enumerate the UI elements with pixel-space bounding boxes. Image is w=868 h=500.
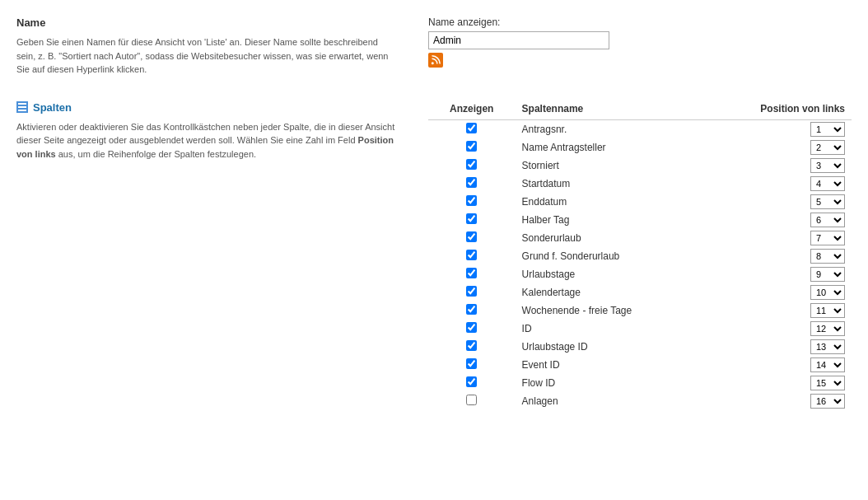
column-checkbox[interactable]: [466, 195, 477, 206]
checkbox-cell: [428, 193, 516, 211]
position-select[interactable]: 1234567891011121314151617181920: [810, 140, 845, 155]
position-select[interactable]: 1234567891011121314151617181920: [810, 267, 845, 282]
svg-rect-2: [18, 106, 26, 108]
position-select[interactable]: 1234567891011121314151617181920: [810, 231, 845, 245]
checkbox-cell: [428, 392, 516, 410]
table-row: Anlagen1234567891011121314151617181920: [428, 392, 852, 410]
position-cell: 1234567891011121314151617181920: [702, 229, 852, 247]
position-cell: 1234567891011121314151617181920: [702, 301, 852, 320]
column-name: Flow ID: [516, 374, 703, 392]
checkbox-cell: [428, 247, 516, 265]
position-select[interactable]: 1234567891011121314151617181920: [810, 394, 845, 409]
column-name: Enddatum: [516, 193, 703, 211]
column-checkbox[interactable]: [466, 395, 477, 405]
checkbox-cell: [428, 265, 516, 283]
position-select[interactable]: 1234567891011121314151617181920: [810, 376, 845, 390]
name-section-title: Name: [16, 16, 395, 29]
column-checkbox[interactable]: [466, 376, 477, 387]
table-row: Flow ID1234567891011121314151617181920: [428, 374, 852, 392]
table-row: Startdatum123456789101112131415161718192…: [428, 175, 852, 193]
column-checkbox[interactable]: [466, 286, 477, 297]
column-checkbox[interactable]: [466, 322, 477, 333]
table-row: Urlaubstage ID12345678910111213141516171…: [428, 338, 852, 356]
position-cell: 1234567891011121314151617181920: [702, 157, 852, 175]
col-header-anzeigen: Anzeigen: [428, 101, 516, 120]
columns-table: Anzeigen Spaltenname Position von links …: [428, 101, 852, 410]
svg-rect-3: [18, 110, 26, 111]
table-row: Kalendertage1234567891011121314151617181…: [428, 283, 852, 301]
column-name: Antragsnr.: [516, 119, 703, 138]
name-section-description: Geben Sie einen Namen für diese Ansicht …: [16, 35, 395, 77]
checkbox-cell: [428, 320, 516, 338]
position-cell: 1234567891011121314151617181920: [702, 356, 852, 374]
position-cell: 1234567891011121314151617181920: [702, 392, 852, 410]
column-checkbox[interactable]: [466, 123, 477, 133]
rss-icon[interactable]: [428, 53, 443, 68]
position-select[interactable]: 1234567891011121314151617181920: [810, 194, 845, 209]
position-select[interactable]: 1234567891011121314151617181920: [810, 176, 845, 191]
position-cell: 1234567891011121314151617181920: [702, 138, 852, 157]
name-input-label: Name anzeigen:: [428, 16, 852, 28]
position-select[interactable]: 1234567891011121314151617181920: [810, 321, 845, 336]
column-checkbox[interactable]: [466, 358, 477, 369]
position-cell: 1234567891011121314151617181920: [702, 265, 852, 283]
column-name: Grund f. Sonderurlaub: [516, 247, 703, 265]
column-checkbox[interactable]: [466, 141, 477, 152]
checkbox-cell: [428, 229, 516, 247]
position-select[interactable]: 1234567891011121314151617181920: [810, 249, 845, 264]
table-row: Sonderurlaub1234567891011121314151617181…: [428, 229, 852, 247]
column-checkbox[interactable]: [466, 159, 477, 170]
column-name: Startdatum: [516, 175, 703, 193]
checkbox-cell: [428, 356, 516, 374]
position-select[interactable]: 1234567891011121314151617181920: [810, 303, 845, 318]
column-checkbox[interactable]: [466, 340, 477, 351]
columns-icon: [16, 101, 28, 113]
columns-section-heading: Spalten: [16, 101, 395, 114]
position-select[interactable]: 1234567891011121314151617181920: [810, 285, 845, 300]
checkbox-cell: [428, 138, 516, 157]
position-cell: 1234567891011121314151617181920: [702, 211, 852, 229]
column-checkbox[interactable]: [466, 231, 477, 242]
table-row: ID1234567891011121314151617181920: [428, 320, 852, 338]
svg-point-0: [432, 62, 434, 64]
position-cell: 1234567891011121314151617181920: [702, 175, 852, 193]
position-select[interactable]: 1234567891011121314151617181920: [810, 213, 845, 227]
column-checkbox[interactable]: [466, 177, 477, 188]
columns-section-link[interactable]: Spalten: [33, 101, 72, 114]
table-row: Halber Tag123456789101112131415161718192…: [428, 211, 852, 229]
name-input[interactable]: [428, 31, 609, 49]
column-checkbox[interactable]: [466, 304, 477, 315]
column-name: Wochenende - freie Tage: [516, 301, 703, 320]
position-cell: 1234567891011121314151617181920: [702, 247, 852, 265]
table-row: Urlaubstage12345678910111213141516171819…: [428, 265, 852, 283]
position-cell: 1234567891011121314151617181920: [702, 193, 852, 211]
table-row: Storniert1234567891011121314151617181920: [428, 157, 852, 175]
column-name: Urlaubstage ID: [516, 338, 703, 356]
checkbox-cell: [428, 283, 516, 301]
columns-section-description: Aktivieren oder deaktivieren Sie das Kon…: [16, 120, 395, 161]
column-name: Halber Tag: [516, 211, 703, 229]
column-checkbox[interactable]: [466, 268, 477, 278]
column-checkbox[interactable]: [466, 250, 477, 260]
column-name: Urlaubstage: [516, 265, 703, 283]
checkbox-cell: [428, 175, 516, 193]
table-row: Wochenende - freie Tage12345678910111213…: [428, 301, 852, 320]
column-checkbox[interactable]: [466, 213, 477, 224]
position-select[interactable]: 1234567891011121314151617181920: [810, 339, 845, 354]
svg-rect-1: [18, 103, 26, 105]
column-name: ID: [516, 320, 703, 338]
position-cell: 1234567891011121314151617181920: [702, 320, 852, 338]
position-select[interactable]: 1234567891011121314151617181920: [810, 158, 845, 173]
checkbox-cell: [428, 374, 516, 392]
position-select[interactable]: 1234567891011121314151617181920: [810, 122, 845, 137]
col-header-spaltenname: Spaltenname: [516, 101, 703, 120]
column-name: Anlagen: [516, 392, 703, 410]
position-cell: 1234567891011121314151617181920: [702, 283, 852, 301]
table-row: Name Antragsteller1234567891011121314151…: [428, 138, 852, 157]
checkbox-cell: [428, 157, 516, 175]
checkbox-cell: [428, 211, 516, 229]
position-select[interactable]: 1234567891011121314151617181920: [810, 357, 845, 372]
checkbox-cell: [428, 119, 516, 138]
column-name: Event ID: [516, 356, 703, 374]
column-name: Kalendertage: [516, 283, 703, 301]
